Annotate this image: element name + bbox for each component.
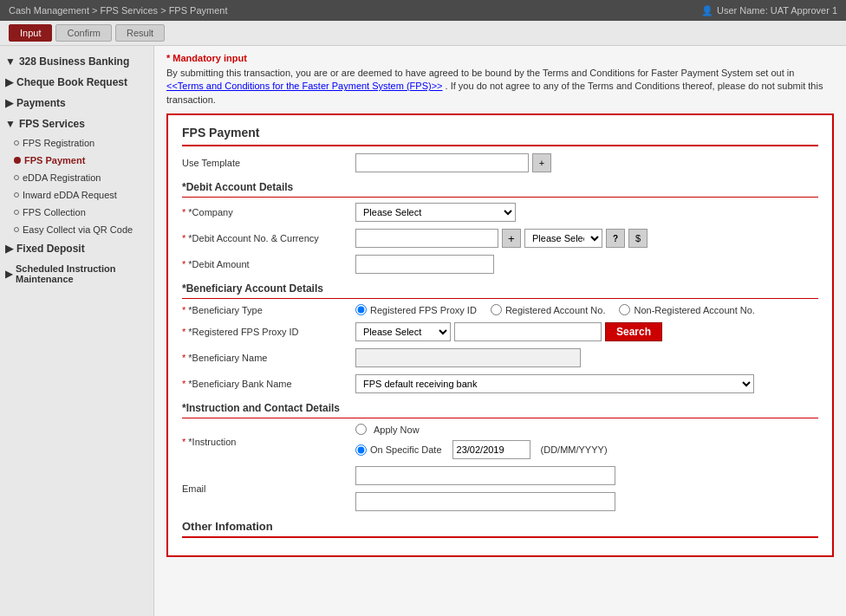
beneficiary-type-controls: Registered FPS Proxy ID Registered Accou…	[355, 304, 818, 315]
sidebar-item-label: Scheduled Instruction Maintenance	[16, 263, 148, 284]
sidebar-item-label: eDDA Registration	[23, 172, 101, 183]
debit-account-plus-button[interactable]: +	[502, 229, 521, 248]
debit-account-controls: + Please Select ? $	[355, 229, 818, 248]
radio-apply-now-input[interactable]	[355, 424, 367, 435]
debit-amount-input[interactable]	[355, 255, 494, 274]
instruction-radio-group: Apply Now On Specific Date 23/02/2019 (D…	[355, 424, 608, 459]
beneficiary-bank-select[interactable]: FPS default receiving bank	[355, 374, 754, 393]
terms-link[interactable]: <<Terms and Conditions for the Faster Pa…	[166, 81, 443, 91]
radio-registered-acct-label: Registered Account No.	[505, 305, 606, 315]
apply-now-label: Apply Now	[374, 425, 420, 435]
use-template-controls: +	[355, 153, 818, 172]
beneficiary-name-input[interactable]	[355, 348, 581, 367]
sidebar-item-fps-payment[interactable]: FPS Payment	[0, 152, 153, 169]
sidebar-item-cheque-book-request[interactable]: ▶ Cheque Book Request	[0, 72, 153, 93]
radio-non-registered[interactable]: Non-Registered Account No.	[619, 304, 754, 315]
terms-text: By submitting this transaction, you are …	[166, 67, 834, 107]
arrow-icon: ▼	[5, 55, 16, 68]
debit-account-input[interactable]	[355, 229, 498, 248]
top-bar: Cash Management > FPS Services > FPS Pay…	[0, 0, 846, 21]
radio-fps-proxy-label: Registered FPS Proxy ID	[370, 305, 477, 315]
plus-icon: +	[508, 232, 515, 245]
sidebar-item-fps-services[interactable]: ▼ FPS Services	[0, 113, 153, 134]
radio-fps-proxy[interactable]: Registered FPS Proxy ID	[355, 304, 477, 315]
email-row: Email	[182, 466, 818, 511]
sidebar-item-label: FPS Collection	[23, 207, 86, 217]
company-label: *Company	[182, 207, 355, 217]
radio-specific-date[interactable]: On Specific Date	[355, 444, 442, 456]
instruction-label: *Instruction	[182, 437, 355, 447]
email-input-2[interactable]	[355, 492, 615, 511]
sidebar-item-business-banking[interactable]: ▼ 328 Business Banking	[0, 51, 153, 72]
fps-proxy-controls: Please Select Search	[355, 322, 818, 341]
sidebar-item-scheduled-instruction[interactable]: ▶ Scheduled Instruction Maintenance	[0, 259, 153, 289]
sidebar-item-label: Inward eDDA Request	[23, 190, 117, 200]
beneficiary-name-label: *Beneficiary Name	[182, 353, 355, 363]
tab-input[interactable]: Input	[9, 24, 52, 42]
use-template-row: Use Template +	[182, 153, 818, 172]
sidebar-item-edda-registration[interactable]: eDDA Registration	[0, 169, 153, 186]
sidebar-item-inward-edda[interactable]: Inward eDDA Request	[0, 186, 153, 204]
breadcrumb: Cash Management > FPS Services > FPS Pay…	[9, 5, 228, 16]
radio-registered-acct[interactable]: Registered Account No.	[491, 304, 606, 315]
beneficiary-bank-label-text: *Beneficiary Bank Name	[188, 379, 291, 389]
company-select[interactable]: Please Select	[355, 203, 516, 222]
fps-proxy-label-text: *Registered FPS Proxy ID	[188, 327, 298, 337]
template-plus-button[interactable]: +	[532, 153, 551, 172]
dollar-button[interactable]: $	[628, 229, 648, 248]
radio-apply-now[interactable]: Apply Now	[355, 424, 608, 435]
main-layout: ▼ 328 Business Banking ▶ Cheque Book Req…	[0, 46, 846, 616]
specific-date-input[interactable]: 23/02/2019	[452, 440, 530, 459]
dollar-icon: $	[635, 233, 641, 243]
radio-fps-proxy-input[interactable]	[355, 304, 367, 315]
email-input-1[interactable]	[355, 466, 615, 485]
sidebar-item-fixed-deposit[interactable]: ▶ Fixed Deposit	[0, 238, 153, 259]
fps-proxy-row: *Registered FPS Proxy ID Please Select S…	[182, 322, 818, 341]
fps-proxy-input[interactable]	[454, 322, 602, 341]
search-button[interactable]: Search	[605, 322, 662, 341]
sidebar-item-fps-registration[interactable]: FPS Registration	[0, 134, 153, 152]
date-format-label: (DD/MM/YYYY)	[541, 444, 608, 455]
beneficiary-section-title: *Beneficiary Account Details	[182, 282, 818, 299]
tab-result[interactable]: Result	[115, 24, 165, 42]
other-info-title: Other Infomation	[182, 520, 818, 538]
radio-registered-acct-input[interactable]	[491, 304, 502, 315]
form-panel-title: FPS Payment	[182, 126, 818, 146]
arrow-icon: ▶	[5, 97, 13, 109]
debit-account-label: *Debit Account No. & Currency	[182, 233, 355, 243]
sidebar-item-easy-collect-qr[interactable]: Easy Collect via QR Code	[0, 221, 153, 238]
instruction-section-title: *Instruction and Contact Details	[182, 402, 818, 418]
radio-specific-date-input[interactable]	[355, 444, 367, 456]
sidebar-item-label: Fixed Deposit	[16, 243, 85, 255]
beneficiary-type-label-text: *Beneficiary Type	[188, 305, 262, 315]
arrow-icon: ▶	[5, 243, 13, 255]
tab-confirm[interactable]: Confirm	[55, 24, 112, 42]
tab-bar: Input Confirm Result	[0, 21, 846, 46]
radio-specific-date-row: On Specific Date 23/02/2019 (DD/MM/YYYY)	[355, 440, 608, 459]
mandatory-note: * Mandatory input	[166, 53, 834, 63]
sidebar-item-label: Cheque Book Request	[16, 76, 127, 88]
template-input[interactable]	[355, 153, 529, 172]
content-area: * Mandatory input By submitting this tra…	[154, 46, 846, 616]
beneficiary-type-label: *Beneficiary Type	[182, 305, 355, 315]
bullet-icon	[14, 157, 21, 164]
sidebar-item-label: Payments	[16, 97, 66, 109]
beneficiary-type-radio-group: Registered FPS Proxy ID Registered Accou…	[355, 304, 755, 315]
help-button[interactable]: ?	[606, 229, 625, 248]
beneficiary-bank-controls: FPS default receiving bank	[355, 374, 818, 393]
sidebar-item-payments[interactable]: ▶ Payments	[0, 93, 153, 113]
plus-icon: +	[539, 158, 544, 168]
radio-non-registered-input[interactable]	[619, 304, 630, 315]
sidebar: ▼ 328 Business Banking ▶ Cheque Book Req…	[0, 46, 154, 616]
debit-amount-controls	[355, 255, 818, 274]
debit-amount-label: *Debit Amount	[182, 259, 355, 269]
debit-section-title: *Debit Account Details	[182, 181, 818, 198]
bullet-icon	[14, 210, 19, 215]
currency-select[interactable]: Please Select	[524, 229, 602, 248]
company-row: *Company Please Select	[182, 203, 818, 222]
sidebar-item-fps-collection[interactable]: FPS Collection	[0, 204, 153, 221]
arrow-icon: ▶	[5, 269, 12, 280]
instruction-controls: Apply Now On Specific Date 23/02/2019 (D…	[355, 424, 818, 459]
fps-proxy-select[interactable]: Please Select	[355, 322, 451, 341]
beneficiary-type-row: *Beneficiary Type Registered FPS Proxy I…	[182, 304, 818, 315]
